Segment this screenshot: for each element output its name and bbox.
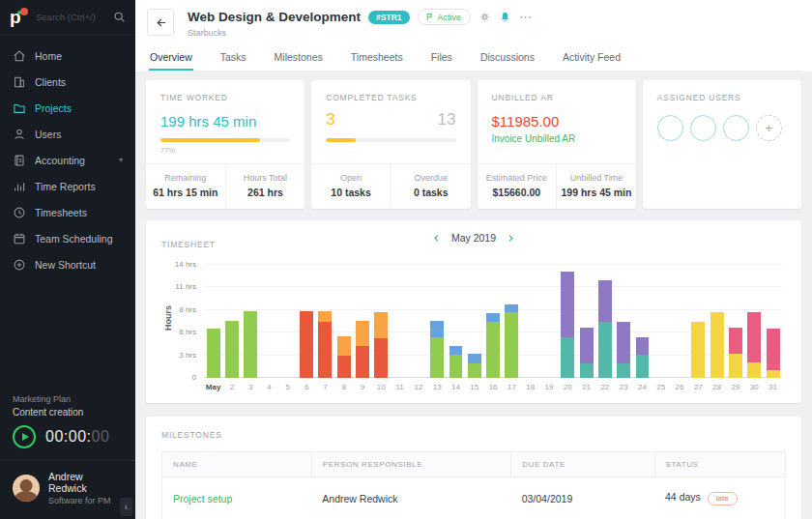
bar-segment-orange	[356, 321, 369, 347]
bar-day-17[interactable]	[505, 304, 518, 378]
tab-activity-feed[interactable]: Activity Feed	[562, 44, 622, 71]
logo-dot-red	[20, 8, 28, 15]
x-tick-label: 29	[726, 383, 744, 391]
tab-overview[interactable]: Overview	[149, 44, 193, 71]
bar-day-28[interactable]	[710, 312, 724, 378]
chart-column	[409, 265, 427, 378]
bar-segment-orange	[374, 312, 388, 338]
bar-segment-teal	[561, 337, 574, 378]
column-header-name[interactable]: NAME	[162, 452, 312, 477]
bar-segment-red	[337, 356, 351, 378]
sidebar-item-team-scheduling[interactable]: Team Scheduling	[0, 225, 135, 251]
notifications-bell-icon[interactable]	[499, 11, 511, 23]
bar-day-2[interactable]	[225, 321, 239, 378]
sidebar-item-accounting[interactable]: $ Accounting ▾	[0, 147, 135, 173]
sidebar-search[interactable]: p Search (Ctrl+/)	[0, 0, 135, 35]
column-header-person[interactable]: PERSON RESPONSIBLE	[311, 452, 510, 477]
bar-day-13[interactable]	[430, 321, 444, 378]
bar-day-7[interactable]	[318, 311, 332, 378]
bar-day-23[interactable]	[617, 322, 630, 378]
x-tick-label: 25	[652, 383, 670, 391]
bar-segment-red	[374, 338, 388, 378]
back-button[interactable]	[147, 9, 174, 36]
sidebar-item-projects[interactable]: Projects	[0, 95, 135, 121]
sidebar-item-clients[interactable]: Clients	[0, 69, 135, 95]
bar-day-31[interactable]	[767, 329, 780, 378]
bar-day-16[interactable]	[486, 313, 500, 378]
tab-discussions[interactable]: Discussions	[479, 44, 536, 71]
timer-play-button[interactable]	[13, 425, 36, 448]
sidebar-item-home[interactable]: Home	[0, 43, 135, 69]
bar-day-30[interactable]	[747, 312, 761, 378]
bar-day-1[interactable]	[207, 329, 220, 378]
bar-day-24[interactable]	[636, 337, 650, 378]
bar-segment-purple	[580, 328, 594, 363]
period-label: May 2019	[451, 232, 496, 244]
tab-timesheets[interactable]: Timesheets	[350, 44, 404, 71]
bar-segment-green	[244, 311, 257, 378]
column-header-status[interactable]: STATUS	[654, 452, 785, 477]
bar-day-8[interactable]	[337, 336, 351, 378]
card-title: ASSIGNED USERS	[657, 93, 787, 102]
add-user-button[interactable]: +	[756, 115, 782, 141]
bar-day-29[interactable]	[729, 328, 742, 378]
sidebar-item-timesheets[interactable]: Timesheets	[0, 199, 135, 225]
chart-column	[559, 265, 577, 378]
y-tick-label: 11 hrs	[175, 282, 196, 291]
assigned-user-avatar[interactable]	[657, 115, 683, 141]
client-name: Starbucks	[188, 28, 532, 38]
bar-segment-orange	[337, 336, 351, 355]
home-icon	[13, 49, 26, 63]
project-status-button[interactable]: Active	[418, 9, 472, 25]
next-month-icon[interactable]	[507, 234, 515, 243]
chart-plot: 03 hrs6 hrs8 hrs11 hrs14 hrs	[204, 265, 782, 378]
play-icon	[22, 433, 29, 441]
settings-gear-icon[interactable]	[478, 11, 491, 23]
bar-segment-green	[468, 363, 481, 378]
bar-segment-green	[430, 337, 444, 378]
chart-bars	[204, 265, 782, 378]
sidebar-item-users[interactable]: Users	[0, 121, 135, 147]
bar-segment-teal	[636, 355, 650, 378]
bar-day-3[interactable]	[244, 311, 257, 378]
bar-day-22[interactable]	[598, 280, 612, 378]
unbilled-ar-card: UNBILLED AR $11985.00 Invoice Unbilled A…	[478, 80, 636, 209]
sidebar-collapse-button[interactable]: ‹	[120, 498, 132, 516]
tab-tasks[interactable]: Tasks	[219, 44, 247, 71]
tasks-total-count: 13	[438, 110, 456, 130]
bar-segment-yellow	[710, 312, 724, 378]
sidebar-item-time-reports[interactable]: Time Reports	[0, 173, 135, 199]
y-tick-label: 6 hrs	[179, 328, 196, 336]
bar-segment-green	[450, 355, 463, 378]
current-user[interactable]: Andrew Redwick Software for PM ‹	[0, 460, 135, 519]
prev-month-icon[interactable]	[432, 234, 441, 243]
sidebar-item-new-shortcut[interactable]: New Shortcut	[0, 251, 135, 277]
bar-day-6[interactable]	[300, 311, 313, 378]
assigned-user-avatar[interactable]	[723, 115, 749, 141]
bar-day-20[interactable]	[561, 272, 574, 378]
timer-display: 00:00:00	[45, 428, 109, 446]
x-tick-label: 19	[539, 383, 558, 391]
bar-day-15[interactable]	[468, 354, 481, 378]
column-header-due-date[interactable]: DUE DATE	[511, 452, 654, 477]
milestone-name-link[interactable]: Project setup	[173, 493, 232, 505]
tab-milestones[interactable]: Milestones	[274, 44, 324, 71]
bar-day-21[interactable]	[580, 328, 594, 378]
stat-open: Open 10 tasks	[311, 164, 391, 209]
tab-files[interactable]: Files	[430, 44, 453, 71]
x-tick-label: 22	[595, 383, 614, 391]
arrow-left-icon	[155, 16, 167, 29]
bar-day-10[interactable]	[374, 312, 388, 378]
bar-day-14[interactable]	[450, 346, 463, 378]
search-icon[interactable]	[113, 11, 126, 23]
x-tick-label: 17	[503, 383, 521, 391]
assigned-user-avatar[interactable]	[690, 115, 716, 141]
x-tick-label: 30	[745, 383, 764, 391]
chart-column	[204, 265, 222, 378]
bar-day-27[interactable]	[691, 322, 705, 379]
chart-column	[745, 265, 764, 378]
bar-day-9[interactable]	[356, 321, 369, 378]
invoice-unbilled-link[interactable]: Invoice Unbilled AR	[492, 133, 622, 144]
app-logo[interactable]: p	[10, 8, 29, 27]
more-options-icon[interactable]: ⋯	[519, 10, 532, 24]
